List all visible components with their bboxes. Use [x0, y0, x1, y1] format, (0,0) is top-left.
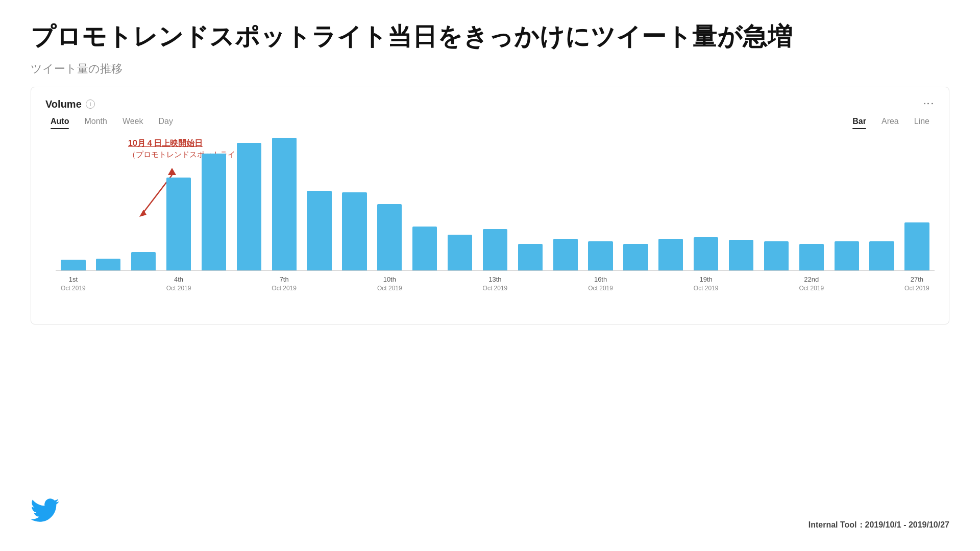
chart-controls: Auto Month Week Day Bar Area Line: [45, 117, 935, 128]
chart-area: 10月４日上映開始日 （プロモトレンドスポットライト当日） 1stOct 201…: [45, 138, 935, 312]
bar-group: [231, 143, 266, 270]
x-label: 13thOct 2019: [478, 275, 513, 293]
x-label: [126, 275, 161, 293]
bar: [237, 143, 261, 270]
card-header: Volume i ⋮: [45, 97, 935, 111]
tab-day[interactable]: Day: [159, 117, 173, 128]
bar: [658, 239, 683, 270]
bar: [342, 192, 366, 270]
bar-group: [56, 260, 91, 270]
x-label: 16thOct 2019: [583, 275, 618, 293]
x-label: [829, 275, 864, 293]
x-label-month: Oct 2019: [161, 284, 197, 293]
bar-group: [197, 154, 232, 270]
kebab-menu[interactable]: ⋮: [922, 98, 935, 110]
x-label: 19thOct 2019: [689, 275, 724, 293]
x-label: [618, 275, 653, 293]
tab-auto[interactable]: Auto: [51, 117, 69, 128]
x-label-day: 13th: [478, 275, 513, 284]
bar: [729, 240, 753, 270]
twitter-logo: [31, 496, 59, 531]
bar-group: [443, 235, 478, 270]
x-label: [864, 275, 899, 293]
x-label: [548, 275, 583, 293]
bar-group: [864, 241, 899, 270]
x-label-month: Oct 2019: [372, 284, 407, 293]
bar: [483, 229, 507, 270]
x-label: [512, 275, 548, 293]
x-label-month: Oct 2019: [794, 284, 829, 293]
chart-card: Volume i ⋮ Auto Month Week Day Bar Area …: [31, 87, 949, 324]
bar: [518, 244, 543, 270]
bar-group: [266, 138, 302, 270]
bar-group: [161, 178, 197, 270]
chart-type-tabs: Bar Area Line: [852, 117, 929, 128]
x-label: [197, 275, 232, 293]
footer-tool: Internal Tool：2019/10/1 - 2019/10/27: [808, 520, 949, 531]
x-label: [407, 275, 443, 293]
bar-group: [759, 241, 794, 270]
tab-week[interactable]: Week: [122, 117, 143, 128]
x-label: [302, 275, 337, 293]
info-icon[interactable]: i: [86, 99, 95, 109]
bar: [307, 191, 331, 270]
volume-text: Volume: [45, 98, 82, 110]
x-label-day: 27th: [899, 275, 935, 284]
x-label-day: 16th: [583, 275, 618, 284]
bar-group: [302, 191, 337, 270]
bar-group: [583, 241, 618, 270]
volume-label: Volume i: [45, 98, 95, 110]
x-label: 22ndOct 2019: [794, 275, 829, 293]
bar-group: [548, 239, 583, 270]
tab-bar[interactable]: Bar: [852, 117, 866, 128]
x-label-day: 22nd: [794, 275, 829, 284]
x-label: [724, 275, 759, 293]
page-container: プロモトレンドスポットライト当日をきっかけにツイート量が急増 ツイート量の推移 …: [0, 0, 980, 551]
x-label-month: Oct 2019: [56, 284, 91, 293]
x-label: [337, 275, 372, 293]
bar: [799, 244, 824, 270]
x-label-month: Oct 2019: [689, 284, 724, 293]
bar-group: [618, 244, 653, 270]
bar: [272, 138, 297, 270]
tab-area[interactable]: Area: [881, 117, 899, 128]
bar: [202, 154, 226, 270]
x-label-day: 7th: [266, 275, 302, 284]
main-title: プロモトレンドスポットライト当日をきっかけにツイート量が急増: [31, 20, 949, 53]
x-label: [91, 275, 126, 293]
bar-group: [899, 222, 935, 270]
bar: [166, 178, 191, 270]
bar-group: [829, 241, 864, 270]
bar: [588, 241, 612, 270]
x-label: [759, 275, 794, 293]
tab-line[interactable]: Line: [914, 117, 929, 128]
bar: [764, 241, 789, 270]
x-label-month: Oct 2019: [899, 284, 935, 293]
bar: [623, 244, 648, 270]
bar-group: [689, 237, 724, 270]
x-label: 7thOct 2019: [266, 275, 302, 293]
footer: Internal Tool：2019/10/1 - 2019/10/27: [31, 486, 949, 536]
bar-group: [126, 252, 161, 270]
bar: [96, 259, 120, 270]
bar-group: [407, 227, 443, 270]
x-label: [653, 275, 689, 293]
x-label-month: Oct 2019: [583, 284, 618, 293]
x-label-day: 1st: [56, 275, 91, 284]
bar: [835, 241, 859, 270]
x-label-month: Oct 2019: [266, 284, 302, 293]
bar-group: [372, 204, 407, 270]
bar-group: [478, 229, 513, 270]
bar-group: [512, 244, 548, 270]
x-label-day: 19th: [689, 275, 724, 284]
bar-group: [337, 192, 372, 270]
x-axis: 1stOct 20194thOct 20197thOct 201910thOct…: [56, 275, 935, 293]
x-label-month: Oct 2019: [478, 284, 513, 293]
bar-group: [653, 239, 689, 270]
bar: [61, 260, 85, 270]
bar-group: [794, 244, 829, 270]
x-label: 27thOct 2019: [899, 275, 935, 293]
tab-month[interactable]: Month: [84, 117, 107, 128]
x-label-day: 10th: [372, 275, 407, 284]
bar-group: [91, 259, 126, 270]
